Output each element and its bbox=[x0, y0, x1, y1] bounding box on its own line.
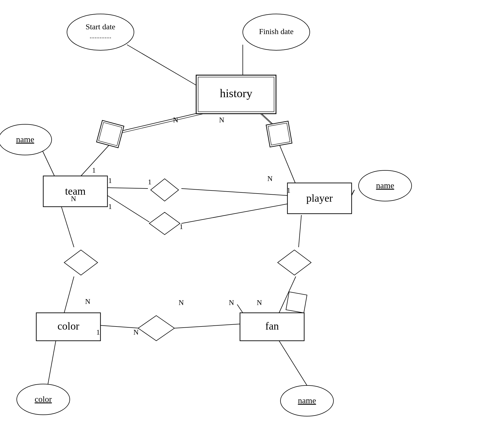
card-fan-N-right: N bbox=[229, 299, 234, 307]
card-rel2-right: 1 bbox=[179, 223, 183, 231]
rel-history-player bbox=[266, 121, 292, 147]
card-color-N: N bbox=[85, 297, 90, 306]
attr-finish-date: Finish date bbox=[243, 14, 310, 50]
entity-history: history bbox=[196, 75, 276, 114]
card-player-N: N bbox=[267, 175, 273, 183]
svg-text:.............: ............. bbox=[90, 32, 111, 40]
card-fan-N-up: N bbox=[257, 299, 262, 307]
attr-fan-name: name bbox=[280, 385, 333, 416]
card-team-1a: 1 bbox=[92, 166, 96, 174]
cardinality-history-right-N: N bbox=[219, 116, 224, 124]
entity-fan-label: fan bbox=[265, 320, 279, 332]
card-color-1: 1 bbox=[96, 328, 100, 336]
attr-team-name: name bbox=[0, 124, 52, 155]
entity-history-label: history bbox=[220, 87, 253, 100]
attr-player-name: name bbox=[359, 170, 412, 201]
entity-player: player bbox=[287, 183, 352, 214]
svg-text:name: name bbox=[376, 181, 394, 190]
svg-point-32 bbox=[67, 14, 134, 50]
card-team-1c: 1 bbox=[108, 202, 112, 211]
er-diagram: history team player color fan Start date… bbox=[0, 0, 485, 448]
card-fan-N-left: N bbox=[179, 299, 184, 307]
svg-text:name: name bbox=[16, 135, 34, 144]
svg-rect-48 bbox=[268, 123, 290, 145]
svg-text:Finish date: Finish date bbox=[259, 27, 294, 36]
card-player-1: 1 bbox=[287, 186, 290, 194]
svg-text:Start date: Start date bbox=[86, 22, 116, 31]
attr-start-date: Start date ............. bbox=[67, 14, 134, 50]
cardinality-history-left-N: N bbox=[173, 116, 178, 124]
entity-color-label: color bbox=[57, 320, 79, 332]
entity-player-label: player bbox=[306, 192, 333, 204]
svg-rect-54 bbox=[286, 292, 307, 313]
attr-color: color bbox=[17, 384, 70, 415]
svg-text:color: color bbox=[35, 394, 52, 404]
entity-fan: fan bbox=[240, 313, 304, 341]
rel-fan-extra bbox=[286, 292, 307, 313]
card-team-N: N bbox=[71, 195, 76, 203]
card-rel1-left: 1 bbox=[148, 178, 152, 186]
card-team-1b: 1 bbox=[108, 177, 112, 185]
entity-color: color bbox=[36, 313, 100, 341]
card-color-fan-N: N bbox=[133, 328, 139, 336]
svg-text:name: name bbox=[298, 396, 316, 405]
